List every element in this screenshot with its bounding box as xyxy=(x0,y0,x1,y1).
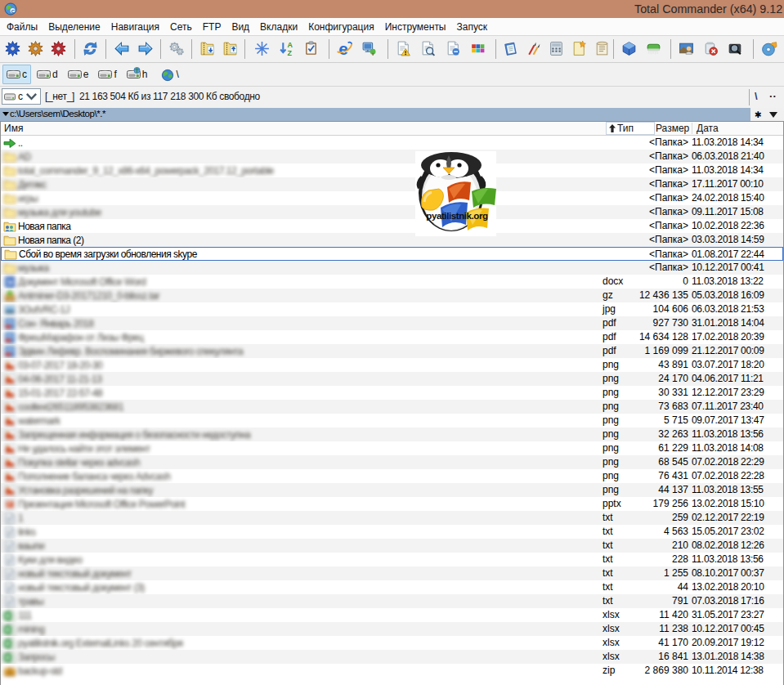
svg-text:C: C xyxy=(11,9,16,14)
svg-text:e: e xyxy=(338,40,348,57)
svg-text:pyatilistnik.org: pyatilistnik.org xyxy=(426,211,488,221)
svg-text:Z: Z xyxy=(288,49,293,57)
